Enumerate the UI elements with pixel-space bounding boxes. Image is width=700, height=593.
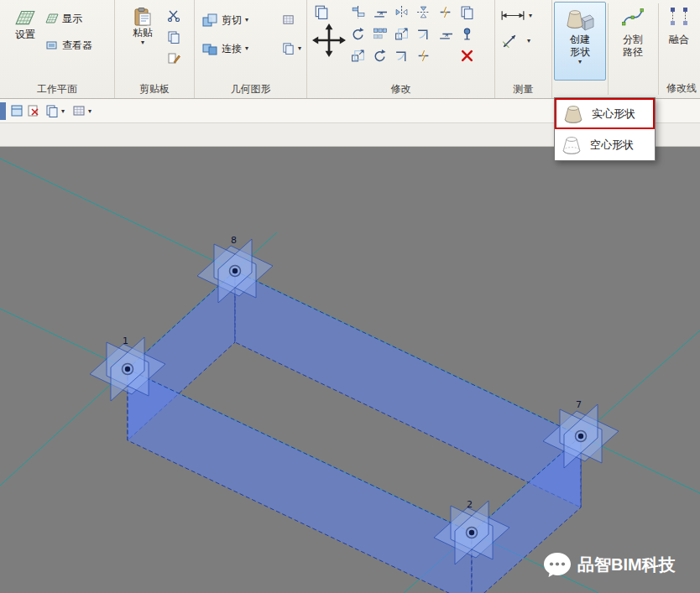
viewer-button[interactable]: 查看器 — [45, 39, 92, 52]
toolbar-caret-icon-2[interactable]: ▾ — [88, 108, 91, 115]
gridsheet-icon — [282, 13, 295, 26]
dimension-icon — [502, 34, 517, 49]
measure-caret-icon[interactable]: ▾ — [529, 13, 532, 19]
delete-button[interactable] — [460, 49, 474, 66]
dimension-button[interactable]: ▾ — [502, 34, 530, 49]
scale-button[interactable] — [394, 27, 409, 44]
measure-button[interactable]: ▾ — [500, 10, 532, 21]
toolbar-button-sheets[interactable] — [45, 104, 59, 121]
solid-form-label: 实心形状 — [592, 107, 635, 122]
offset-icon-2 — [438, 27, 452, 41]
scale-button-2[interactable] — [351, 49, 365, 66]
menu-item-void-form[interactable]: 空心形状 — [555, 129, 655, 160]
drawing-area[interactable]: 1 2 7 8 品智BIM科技 — [0, 147, 700, 593]
join-geometry-icon — [201, 40, 218, 57]
panel-geometry: 剪切 ▾ 连接 ▾ ▾ 几何图形 — [195, 0, 307, 98]
scale-icon — [394, 27, 409, 41]
toolbar-button-grid[interactable] — [72, 104, 86, 121]
offset-button-2[interactable] — [438, 27, 452, 44]
trim-icon-2 — [394, 49, 409, 63]
geometry-aux-button-1[interactable] — [282, 13, 295, 26]
aux2-caret-icon[interactable]: ▾ — [298, 45, 301, 52]
panel-work-plane: 设置 显示 查看器 工作平面 — [0, 0, 115, 98]
array-button[interactable] — [373, 27, 387, 44]
cut-caret-icon[interactable]: ▾ — [245, 17, 248, 23]
properties-side-tab[interactable] — [0, 102, 6, 120]
trim-icon — [416, 27, 431, 41]
create-form-icon — [565, 7, 595, 34]
trim-button[interactable] — [416, 27, 431, 44]
blend-button[interactable]: 融合 — [660, 5, 698, 46]
paste-caret-icon[interactable]: ▾ — [141, 39, 144, 46]
rotate-icon-2 — [373, 49, 387, 63]
point-label-8: 8 — [231, 235, 237, 246]
revit-window: 设置 显示 查看器 工作平面 粘贴 ▾ — [0, 0, 700, 593]
panel-modify: 修改 — [307, 0, 495, 98]
watermark-text: 品智BIM科技 — [577, 555, 676, 574]
rotate-button-2[interactable] — [373, 49, 387, 66]
divide-path-button[interactable]: 分割 路径 — [609, 5, 656, 59]
workplane-icon — [14, 7, 36, 29]
viewport-3d-canvas[interactable]: 1 2 7 8 品智BIM科技 — [0, 147, 700, 593]
copy-icon — [167, 30, 180, 44]
cut-geometry-icon — [201, 12, 218, 29]
panel-label-work-plane: 工作平面 — [0, 82, 114, 96]
toolbar-button-1[interactable] — [10, 104, 24, 121]
watermark: 品智BIM科技 — [544, 553, 676, 577]
align-button[interactable] — [351, 5, 365, 23]
align-icon — [351, 5, 365, 19]
mirror-button[interactable] — [394, 5, 409, 23]
toolbar-button-cancel[interactable] — [27, 104, 40, 121]
create-form-caret-icon[interactable]: ▾ — [578, 59, 582, 65]
move-cross-icon — [312, 23, 346, 57]
cut-geometry-button[interactable]: 剪切 ▾ — [201, 12, 248, 29]
dimension-caret-icon[interactable]: ▾ — [527, 38, 530, 44]
delete-x-icon — [460, 49, 474, 63]
divider — [608, 3, 609, 95]
panel-label-modify: 修改 — [307, 82, 494, 96]
move-button[interactable] — [312, 23, 346, 60]
match-brush-icon — [167, 52, 180, 65]
cascade-tool-button[interactable] — [314, 4, 329, 23]
cascade-icon — [314, 4, 329, 19]
pin-button[interactable] — [460, 27, 474, 44]
copy-to-clipboard-button[interactable] — [167, 30, 180, 47]
solid-form-icon — [562, 103, 585, 125]
scissors-icon — [167, 8, 180, 22]
show-workplane-button[interactable]: 显示 — [45, 12, 82, 25]
copy-tool-button[interactable] — [460, 5, 474, 23]
offset-button[interactable] — [373, 5, 387, 23]
panel-measure: ▾ ▾ 测量 — [495, 0, 552, 98]
sheets-icon — [282, 42, 295, 55]
split-icon-2 — [416, 49, 431, 63]
void-form-label: 空心形状 — [590, 138, 634, 153]
join-caret-icon[interactable]: ▾ — [245, 45, 248, 52]
point-label-2: 2 — [467, 499, 473, 510]
toolbar-caret-icon-1[interactable]: ▾ — [61, 108, 65, 115]
create-form-button[interactable]: 创建 形状 ▾ — [554, 2, 606, 81]
divider — [658, 3, 659, 95]
mirror-axis-button[interactable] — [416, 5, 431, 23]
rotate-button[interactable] — [351, 27, 365, 44]
match-type-button[interactable] — [167, 52, 180, 69]
set-workplane-button[interactable]: 设置 — [7, 7, 44, 41]
array-icon — [373, 27, 387, 41]
paste-button[interactable]: 粘贴 ▾ — [125, 7, 160, 46]
cut-to-clipboard-button[interactable] — [167, 8, 180, 25]
form-surfaces-front[interactable] — [128, 369, 581, 593]
pin-icon — [460, 27, 474, 41]
bluebox-icon — [10, 104, 24, 117]
sheets-stack-icon — [45, 104, 59, 117]
menu-item-solid-form[interactable]: 实心形状 — [555, 98, 655, 129]
panel-label-measure: 测量 — [495, 82, 551, 96]
trim-button-2[interactable] — [394, 49, 409, 66]
split-button[interactable] — [438, 5, 452, 23]
create-form-dropdown: 实心形状 空心形状 — [554, 97, 656, 161]
geometry-aux-button-2[interactable]: ▾ — [282, 42, 301, 55]
offset-icon — [373, 5, 387, 19]
viewer-icon — [45, 39, 59, 52]
join-geometry-button[interactable]: 连接 ▾ — [201, 40, 248, 57]
mirror-icon — [394, 5, 409, 19]
copy-tool-icon — [460, 5, 474, 19]
split-button-2[interactable] — [416, 49, 431, 66]
